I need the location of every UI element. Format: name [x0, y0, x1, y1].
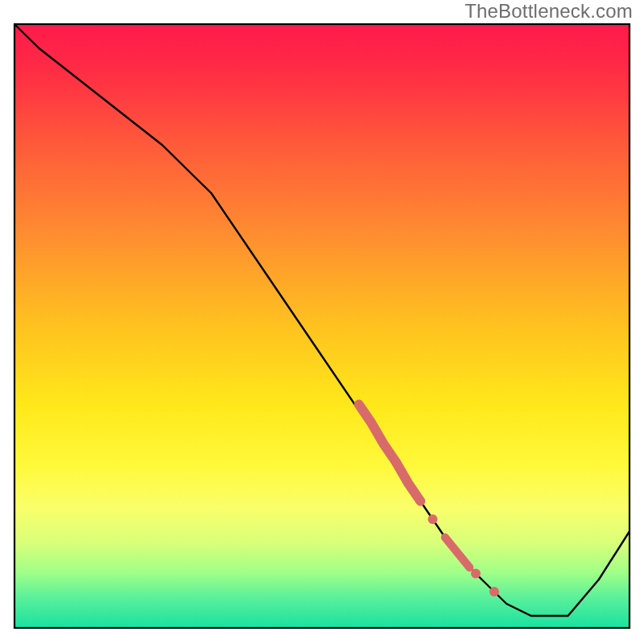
chart-background-gradient: [14, 24, 630, 628]
watermark-text: TheBottleneck.com: [464, 0, 633, 23]
bottleneck-chart: [0, 0, 644, 644]
dot-near-bottom: [489, 587, 499, 597]
dot-lower-end: [471, 569, 481, 579]
chart-container: TheBottleneck.com: [0, 0, 644, 644]
dot-middle: [428, 514, 438, 524]
